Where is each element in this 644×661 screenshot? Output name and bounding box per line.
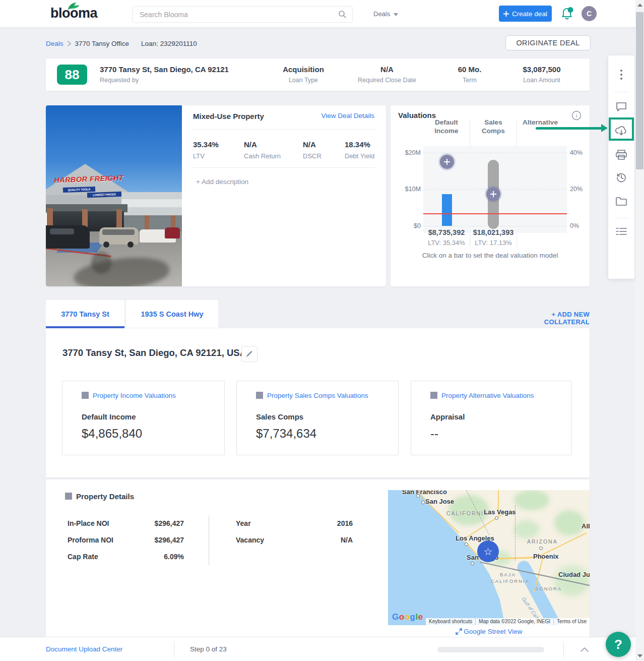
score-value: 88 [65, 67, 80, 83]
nav-deals[interactable]: Deals [373, 10, 398, 18]
detail-label: In-Place NOI [68, 519, 109, 527]
info-icon[interactable]: i [571, 110, 582, 121]
property-overview-card: HARBOR FREIGHT QUALITY TOOLS LOWEST PRIC… [46, 105, 386, 286]
google-logo: Google [392, 612, 423, 622]
section-square-icon [82, 392, 89, 399]
chevron-right-icon [68, 41, 71, 46]
comments-icon[interactable] [616, 102, 627, 112]
valuation-bar-default-income[interactable] [442, 194, 452, 226]
add-new-collateral-link[interactable]: + ADD NEW COLLATERAL [509, 311, 590, 326]
map-label-las-vegas: Las Vegas [484, 508, 516, 516]
alternative-valuation-card[interactable]: Property Alternative Valuations Appraisa… [411, 381, 572, 455]
map-city-dot [471, 562, 474, 565]
map-city-dot [416, 494, 420, 498]
sales-comps-valuations-link[interactable]: Property Sales Comps Valuations [267, 392, 368, 399]
alternative-valuations-link[interactable]: Property Alternative Valuations [441, 392, 534, 399]
detail-value: 6.09% [118, 553, 184, 561]
kebab-menu-icon[interactable] [620, 70, 622, 80]
document-upload-center-link[interactable]: Document Upload Center [46, 645, 122, 653]
collapse-chevron-up-icon[interactable] [581, 647, 589, 652]
property-stat-dscr: N/A DSCR [303, 140, 321, 160]
valuation-amount: $7,734,634 [256, 427, 316, 441]
deal-summary-card: 88 3770 Tansy St, San Diego, CA 92121 Re… [46, 58, 590, 91]
search-icon[interactable] [338, 10, 346, 18]
stat-label: Debt Yield [345, 152, 374, 160]
valuations-plot [423, 146, 567, 233]
map-label-san-francisco: San Francisco [402, 490, 447, 496]
edit-address-button[interactable] [241, 346, 257, 362]
income-valuations-link[interactable]: Property Income Valuations [93, 392, 176, 399]
add-valuation-button[interactable] [440, 155, 454, 169]
avatar[interactable]: C [582, 6, 597, 21]
stat-value: N/A [244, 140, 281, 149]
y-axis-right-20: 20% [570, 186, 583, 193]
create-deal-button[interactable]: Create deal [499, 6, 552, 22]
street-view-label: Google Street View [464, 628, 522, 635]
bar-ltv: LTV: 17.13% [466, 239, 521, 247]
print-icon[interactable] [616, 150, 627, 160]
nav-deals-label: Deals [373, 10, 390, 18]
map-label-phoenix: Phoenix [533, 553, 559, 560]
avatar-initial: C [587, 10, 592, 18]
map-label-albuquerque: Albu [582, 522, 590, 530]
property-photo: HARBOR FREIGHT QUALITY TOOLS LOWEST PRIC… [46, 105, 182, 286]
top-header: blooma Deals Create deal C [0, 0, 644, 27]
star-icon: ☆ [484, 546, 493, 558]
history-icon[interactable] [616, 172, 627, 183]
column-header-sales-comps: Sales Comps [473, 118, 513, 135]
scrollbar-down-arrow[interactable] [637, 654, 642, 657]
documents-folder-icon[interactable] [616, 197, 627, 206]
map-label-ciudad-juarez: Ciudad Juá [558, 571, 590, 578]
stat-value: 18.34% [345, 140, 374, 149]
tab-3770-tansy-st[interactable]: 3770 Tansy St [46, 300, 124, 328]
summary-stat: Acquisition Loan Type [258, 65, 349, 84]
collateral-section: 3770 Tansy St, San Diego, CA 92121, USA … [46, 328, 590, 477]
valuations-caption: Click on a bar to set the deal valuation… [391, 252, 590, 259]
property-stat-ltv: 35.34% LTV [193, 140, 219, 160]
summary-stat: N/A Required Close Date [342, 65, 432, 84]
photo-wheel [127, 242, 134, 248]
scrollbar[interactable] [635, 0, 644, 661]
add-description-link[interactable]: + Add description [196, 178, 248, 186]
stat-label: Loan Type [258, 77, 349, 84]
chevron-down-icon [394, 13, 398, 16]
scrollbar-thumb[interactable] [636, 12, 643, 169]
pencil-icon [246, 350, 253, 357]
map-data-text: Map data ©2022 Google, INEGI [476, 618, 554, 625]
help-button[interactable]: ? [606, 632, 631, 657]
originate-deal-button[interactable]: ORIGINATE DEAL [505, 35, 591, 50]
street-view-link[interactable]: Google Street View [388, 628, 590, 635]
tab-1935-s-coast-hwy[interactable]: 1935 S Coast Hwy [126, 300, 218, 328]
view-deal-details-link[interactable]: View Deal Details [321, 112, 374, 119]
map-label-sonora: SONORA [535, 586, 562, 591]
breadcrumb-current: 3770 Tansy Office [75, 40, 130, 47]
map-label-arizona: ARIZONA [527, 538, 558, 545]
notifications-bell-icon[interactable] [561, 7, 574, 21]
logo[interactable]: blooma [50, 6, 97, 21]
map-green-area [554, 510, 585, 535]
help-question-mark: ? [614, 637, 622, 652]
side-toolbar [608, 55, 634, 279]
map-green-area [514, 490, 549, 510]
map[interactable]: San Francisco San Jose CALIFORNIA Las Ve… [388, 490, 590, 625]
stat-value: $3,087,500 [496, 65, 587, 74]
photo-truck-window [50, 228, 74, 234]
photo-building-right-fascia [121, 199, 182, 207]
breadcrumb-deals-link[interactable]: Deals [46, 40, 63, 47]
income-valuation-card[interactable]: Property Income Valuations Default Incom… [62, 381, 225, 455]
add-valuation-button[interactable] [486, 187, 500, 201]
search-input[interactable] [139, 7, 337, 22]
detail-value: N/A [287, 536, 353, 544]
keyboard-shortcuts-link[interactable]: Keyboard shortcuts [426, 618, 476, 625]
map-city-dot [421, 501, 425, 504]
scrollbar-up-arrow[interactable] [637, 4, 642, 7]
property-map-marker[interactable]: ☆ [477, 540, 499, 562]
sales-comps-valuation-card[interactable]: Property Sales Comps Valuations Sales Co… [236, 381, 399, 455]
terms-of-use-link[interactable]: Terms of Use [554, 618, 590, 625]
details-divider [208, 516, 210, 565]
stat-label: DSCR [303, 152, 321, 160]
valuation-amount: -- [430, 427, 438, 441]
collateral-address-title: 3770 Tansy St, San Diego, CA 92121, USA [62, 347, 246, 358]
footer-divider [174, 641, 174, 657]
checklist-icon[interactable] [616, 227, 627, 235]
